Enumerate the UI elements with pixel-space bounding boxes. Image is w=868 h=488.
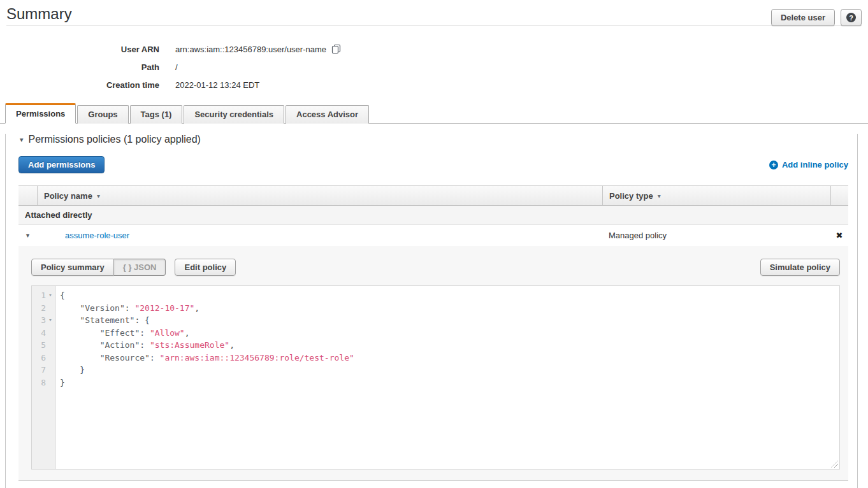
policy-type-cell: Managed policy [602, 231, 830, 240]
tab-access-advisor[interactable]: Access Advisor [286, 105, 369, 124]
creation-time-value: 2022-01-12 13:24 EDT [175, 80, 259, 90]
tab-tags[interactable]: Tags (1) [130, 105, 183, 124]
policy-row: ▾ assume-role-user Managed policy ✖ [18, 225, 848, 246]
tab-security-credentials[interactable]: Security credentials [184, 105, 284, 124]
fold-caret-icon[interactable]: ▾ [46, 289, 55, 302]
fold-spacer [46, 327, 55, 340]
user-arn-value: arn:aws:iam::123456789:user/user-name [175, 43, 341, 56]
plus-icon: + [769, 161, 778, 169]
gutter-line: 1▾ [32, 289, 55, 302]
delete-user-button[interactable]: Delete user [771, 9, 835, 26]
gutter-line: 8 [32, 377, 55, 389]
policy-type-column-header[interactable]: Policy type ▾ [602, 186, 830, 205]
chevron-down-icon: ▾ [26, 231, 30, 240]
code-line: "Resource": "arn:aws:iam::123456789:role… [60, 352, 354, 364]
expand-column-header [18, 186, 37, 205]
path-row: Path / [0, 58, 868, 76]
tab-bar: Permissions Groups Tags (1) Security cre… [0, 103, 868, 124]
policy-type-header-label: Policy type [609, 191, 653, 201]
user-arn-label: User ARN [0, 45, 159, 54]
code-line: "Version": "2012-10-17", [60, 302, 354, 315]
header-actions: Delete user ? [771, 5, 862, 26]
fold-spacer [46, 352, 55, 364]
resize-handle-icon[interactable] [831, 461, 838, 468]
attached-directly-group-row: Attached directly [18, 206, 848, 225]
policy-view-buttons: Policy summary { } JSON Edit policy [31, 259, 236, 276]
gutter-line: 3▾ [32, 314, 55, 327]
gutter-line: 7 [32, 364, 55, 377]
code-line: { [60, 289, 354, 302]
json-button[interactable]: { } JSON [114, 259, 166, 276]
sort-caret-icon: ▾ [658, 192, 661, 199]
page-header: Summary Delete user ? [0, 0, 868, 25]
detach-column-header [830, 186, 848, 205]
gutter-line: 2 [32, 302, 55, 315]
fold-caret-icon[interactable]: ▾ [46, 314, 55, 327]
policy-name-cell: assume-role-user [37, 231, 602, 240]
policy-view-toggle-group: Policy summary { } JSON [31, 259, 166, 276]
path-value: / [175, 62, 178, 72]
help-button[interactable]: ? [841, 9, 862, 26]
creation-time-label: Creation time [0, 80, 159, 90]
fold-spacer [46, 364, 55, 377]
add-inline-policy-label: Add inline policy [782, 160, 848, 169]
creation-time-row: Creation time 2022-01-12 13:24 EDT [0, 76, 868, 94]
tab-groups[interactable]: Groups [77, 105, 128, 124]
permissions-policies-heading[interactable]: ▾ Permissions policies (1 policy applied… [20, 134, 857, 145]
collapse-caret-icon: ▾ [20, 136, 24, 144]
policy-name-column-header[interactable]: Policy name ▾ [37, 186, 602, 205]
code-line: } [60, 364, 354, 377]
policy-table: Policy name ▾ Policy type ▾ Attached dir… [18, 185, 848, 481]
sort-caret-icon: ▾ [97, 192, 100, 199]
edit-policy-button[interactable]: Edit policy [175, 259, 236, 276]
simulate-policy-button[interactable]: Simulate policy [760, 259, 840, 276]
page-title: Summary [6, 5, 72, 23]
fold-spacer [46, 302, 55, 315]
policy-detail-panel: Policy summary { } JSON Edit policy Simu… [18, 246, 848, 481]
permissions-policies-heading-text: Permissions policies (1 policy applied) [29, 134, 201, 145]
policy-name-link[interactable]: assume-role-user [65, 231, 129, 240]
fold-spacer [46, 339, 55, 352]
detach-policy-icon[interactable]: ✖ [830, 231, 848, 240]
add-permissions-button[interactable]: Add permissions [18, 156, 105, 173]
policy-json-editor[interactable]: 1▾23▾45678 { "Version": "2012-10-17", "S… [31, 285, 840, 470]
user-details: User ARN arn:aws:iam::123456789:user/use… [0, 40, 868, 94]
help-icon: ? [846, 13, 856, 22]
row-expand-caret[interactable]: ▾ [18, 231, 37, 240]
user-arn-text: arn:aws:iam::123456789:user/user-name [175, 45, 326, 54]
policy-summary-button[interactable]: Policy summary [31, 259, 114, 276]
permissions-tab-panel: ▾ Permissions policies (1 policy applied… [5, 134, 858, 488]
tab-permissions[interactable]: Permissions [5, 103, 76, 124]
path-label: Path [0, 62, 159, 72]
copy-icon[interactable] [331, 44, 341, 56]
code-line: "Action": "sts:AssumeRole", [60, 339, 354, 352]
gutter-line: 5 [32, 339, 55, 352]
policy-detail-buttons: Policy summary { } JSON Edit policy Simu… [31, 259, 840, 276]
code-line: "Statement": { [60, 314, 354, 327]
code-line: "Effect": "Allow", [60, 327, 354, 340]
gutter-line: 6 [32, 352, 55, 364]
policy-actions-row: Add permissions + Add inline policy [18, 156, 848, 173]
policy-table-header: Policy name ▾ Policy type ▾ [18, 185, 848, 206]
header-divider [6, 25, 862, 26]
add-inline-policy-link[interactable]: + Add inline policy [769, 160, 848, 169]
editor-code[interactable]: { "Version": "2012-10-17", "Statement": … [56, 286, 354, 469]
user-arn-row: User ARN arn:aws:iam::123456789:user/use… [0, 40, 868, 58]
gutter-line: 4 [32, 327, 55, 340]
code-line: } [60, 377, 354, 389]
fold-spacer [46, 377, 55, 389]
editor-gutter: 1▾23▾45678 [32, 286, 56, 469]
policy-name-header-label: Policy name [44, 191, 92, 201]
